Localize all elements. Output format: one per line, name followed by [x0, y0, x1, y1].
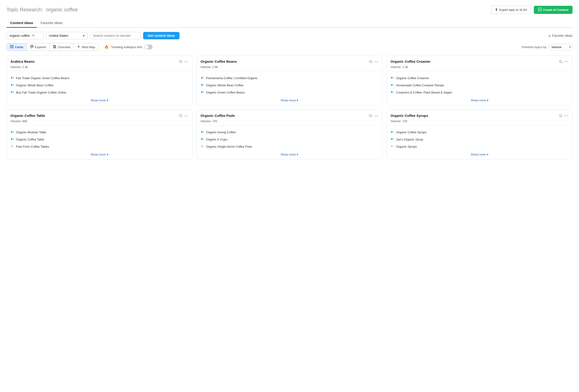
card-title-row: Arabica Beans ···	[10, 59, 189, 64]
volume-label: Volume:	[390, 65, 401, 69]
card-item: Joe's Organic Syrup	[390, 136, 569, 143]
card-item-text: Organic Coffee Creamer	[396, 76, 429, 80]
cards-icon	[10, 45, 13, 49]
show-more-button[interactable]: Show more ▾	[90, 153, 108, 156]
card-title: Arabica Beans	[10, 59, 177, 63]
more-options-icon[interactable]: ···	[564, 114, 569, 118]
card-footer: Show more ▾	[197, 150, 382, 160]
card-actions: ···	[369, 114, 378, 118]
card-organic-coffee-table: Organic Coffee Table ··· Volume: 880	[6, 110, 192, 160]
view-explorer-button[interactable]: Explorer	[27, 43, 50, 51]
prioritize-select[interactable]: Volume Difficulty Relevance	[549, 44, 573, 50]
domain-search-input[interactable]	[90, 32, 141, 39]
more-options-icon[interactable]: ···	[184, 59, 189, 64]
card-body: Fair Trade Organic Green Coffee Beans Or…	[7, 71, 192, 96]
more-options-icon[interactable]: ···	[374, 114, 378, 118]
create-ai-button[interactable]: Create AI Content	[534, 6, 573, 14]
tab-favorite-ideas[interactable]: Favorite Ideas	[37, 18, 66, 28]
card-item: Organic Green Coffee Beans	[201, 89, 379, 96]
search-icon[interactable]	[179, 114, 183, 118]
card-footer: Show more ▾	[7, 150, 192, 160]
chevron-down-icon: ▾	[487, 99, 489, 102]
page-header: Topic Research: organic coffee ⬆ Export …	[6, 5, 573, 14]
trending-toggle[interactable]	[144, 45, 153, 49]
megaphone-icon	[201, 76, 204, 80]
explorer-label: Explorer	[35, 45, 46, 49]
show-more-label: Show more	[471, 99, 486, 102]
export-button[interactable]: ⬆ Export topic to XLSX	[491, 5, 531, 14]
show-more-label: Show more	[281, 99, 296, 102]
card-item-text: Organic Modular Table	[16, 130, 46, 134]
prioritize-section: Prioritize topics by: Volume Difficulty …	[522, 44, 573, 50]
card-footer: Show more ▾	[197, 96, 382, 105]
card-volume: Volume: 2.4k	[10, 65, 189, 69]
keyword-value: organic coffee	[9, 34, 30, 38]
svg-line-25	[371, 116, 372, 117]
favorite-ideas-link[interactable]: ≡ Favorite Ideas	[549, 34, 573, 38]
card-title: Organic Coffee Beans	[201, 59, 367, 63]
card-organic-coffee-pods: Organic Coffee Pods ··· Volume: 720	[197, 110, 383, 160]
card-header: Organic Coffee Syrups ··· Volume: 720	[387, 110, 572, 125]
trending-label: Trending subtopics first	[111, 45, 142, 49]
search-icon[interactable]	[559, 114, 563, 118]
get-ideas-button[interactable]: Get content ideas	[143, 32, 179, 39]
export-label: Export topic to XLSX	[499, 8, 527, 11]
header-actions: ⬆ Export topic to XLSX Create AI Content	[491, 5, 573, 14]
megaphone-icon	[390, 76, 394, 80]
view-mindmap-button[interactable]: Mind Map	[74, 43, 98, 51]
svg-rect-9	[53, 46, 56, 47]
view-cards-button[interactable]: Cards	[7, 43, 27, 51]
country-selector[interactable]: United States ▾	[46, 32, 87, 39]
show-more-button[interactable]: Show more ▾	[281, 99, 298, 102]
svg-rect-4	[12, 47, 13, 48]
trending-section: 🔥 Trending subtopics first	[104, 45, 153, 49]
card-arabica-beans: Arabica Beans ··· Volume: 2.4k	[6, 56, 192, 106]
show-more-button[interactable]: Show more ▾	[471, 153, 489, 156]
clear-keyword-icon[interactable]: ✕	[32, 34, 35, 38]
card-item: Fair Trade Organic Green Coffee Beans	[10, 74, 189, 82]
chevron-down-icon: ▾	[107, 99, 108, 102]
megaphone-icon	[201, 83, 204, 87]
megaphone-icon	[10, 83, 14, 87]
card-actions: ···	[369, 59, 378, 64]
svg-rect-3	[10, 47, 11, 48]
card-title-row: Organic Coffee Beans ···	[201, 59, 379, 64]
view-overview-button[interactable]: Overview	[50, 43, 74, 51]
show-more-button[interactable]: Show more ▾	[90, 99, 108, 102]
card-volume: Volume: 1.3k	[390, 65, 569, 69]
card-item-text: Organic Single-Serve Coffee Pods	[206, 145, 252, 148]
search-icon[interactable]	[559, 60, 563, 64]
show-more-button[interactable]: Show more ▾	[471, 99, 489, 102]
search-icon[interactable]	[179, 60, 183, 64]
card-title: Organic Coffee Table	[10, 114, 177, 117]
more-options-icon[interactable]: ···	[184, 114, 189, 118]
volume-value: 880	[22, 119, 27, 123]
svg-rect-8	[53, 45, 56, 46]
keyword-input-wrapper[interactable]: organic coffee ✕	[6, 32, 44, 39]
chevron-down-icon: ▾	[487, 153, 489, 156]
megaphone-icon	[390, 90, 394, 95]
search-icon[interactable]	[369, 60, 372, 64]
card-item-text: Organic K Cups	[206, 138, 227, 141]
create-ai-label: Create AI Content	[543, 8, 568, 11]
card-header: Arabica Beans ··· Volume: 2.4k	[7, 56, 192, 71]
more-options-icon[interactable]: ···	[564, 59, 569, 64]
main-tabs: Content Ideas Favorite Ideas	[6, 18, 573, 28]
overview-icon	[53, 45, 56, 49]
card-item: Organic K Cups	[201, 136, 379, 143]
card-item-text: Free Form Coffee Tables	[16, 145, 49, 148]
megaphone-icon	[390, 144, 394, 149]
view-bar: Cards Explorer Overview Mind Map	[6, 43, 573, 51]
tab-content-ideas[interactable]: Content Ideas	[6, 18, 37, 28]
card-body: Organic Coffee Syrups Joe's Organic Syru…	[387, 125, 572, 150]
search-icon[interactable]	[369, 114, 372, 118]
card-item-text: Creamers & Coffee, Plant Based & Vegan	[396, 91, 452, 94]
megaphone-icon	[201, 90, 204, 95]
megaphone-icon	[201, 130, 204, 134]
card-title-row: Organic Coffee Pods ···	[201, 114, 379, 118]
show-more-button[interactable]: Show more ▾	[281, 153, 298, 156]
more-options-icon[interactable]: ···	[374, 59, 378, 64]
megaphone-icon	[390, 83, 394, 87]
volume-value: 1.3k	[402, 65, 408, 69]
card-item: Organic Keurig Coffee	[201, 129, 379, 136]
